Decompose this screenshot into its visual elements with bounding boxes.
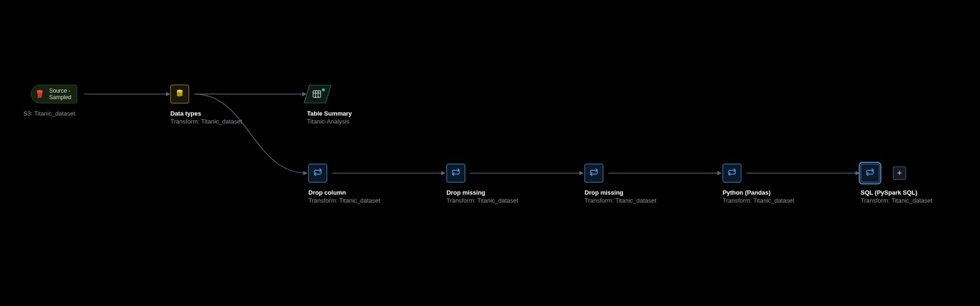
drop-missing-1-title: Drop missing bbox=[446, 189, 518, 196]
data-types-box[interactable] bbox=[170, 85, 189, 103]
node-data-types[interactable]: Data types Transform: Titanic_dataset bbox=[170, 85, 242, 125]
source-pill[interactable]: Source - Sampled bbox=[31, 85, 77, 103]
transform-icon bbox=[865, 168, 875, 179]
sql-subtitle: Transform: Titanic_dataset bbox=[861, 197, 932, 204]
svg-point-14 bbox=[322, 88, 325, 91]
drop-missing-2-subtitle: Transform: Titanic_dataset bbox=[585, 197, 656, 204]
svg-marker-9 bbox=[304, 85, 331, 103]
s3-bucket-icon bbox=[34, 88, 45, 100]
connector-lines bbox=[0, 0, 980, 306]
node-python-pandas[interactable]: Python (Pandas) Transform: Titanic_datas… bbox=[723, 164, 794, 204]
transform-icon bbox=[727, 168, 737, 179]
transform-icon bbox=[589, 168, 599, 179]
node-drop-missing-2[interactable]: Drop missing Transform: Titanic_dataset bbox=[585, 164, 656, 204]
svg-point-8 bbox=[177, 90, 183, 92]
drop-missing-2-title: Drop missing bbox=[585, 189, 656, 196]
python-subtitle: Transform: Titanic_dataset bbox=[723, 197, 794, 204]
table-summary-box[interactable] bbox=[307, 85, 329, 103]
drop-column-title: Drop column bbox=[308, 189, 380, 196]
data-types-title: Data types bbox=[170, 110, 242, 117]
add-step-button[interactable]: + bbox=[893, 167, 906, 180]
python-box[interactable] bbox=[723, 164, 741, 182]
drop-missing-2-box[interactable] bbox=[585, 164, 603, 182]
table-summary-subtitle: Titanic-Analysis bbox=[307, 118, 352, 125]
drop-column-box[interactable] bbox=[308, 164, 327, 182]
sql-title: SQL (PySpark SQL) bbox=[861, 189, 932, 196]
svg-point-6 bbox=[37, 90, 43, 92]
node-source[interactable]: Source - Sampled S3: Titanic_dataset bbox=[31, 85, 77, 117]
python-title: Python (Pandas) bbox=[723, 189, 794, 196]
source-subtitle: S3: Titanic_dataset bbox=[23, 110, 77, 117]
table-summary-title: Table Summary bbox=[307, 110, 352, 117]
transform-icon bbox=[313, 168, 322, 179]
drop-missing-1-box[interactable] bbox=[446, 164, 465, 182]
sql-box[interactable] bbox=[861, 164, 879, 182]
data-types-subtitle: Transform: Titanic_dataset bbox=[170, 118, 242, 125]
drop-missing-1-subtitle: Transform: Titanic_dataset bbox=[446, 197, 518, 204]
node-drop-column[interactable]: Drop column Transform: Titanic_dataset bbox=[308, 164, 380, 204]
source-pill-text: Source - Sampled bbox=[49, 87, 71, 101]
node-drop-missing-1[interactable]: Drop missing Transform: Titanic_dataset bbox=[446, 164, 518, 204]
transform-icon bbox=[451, 168, 461, 179]
database-icon bbox=[175, 88, 184, 100]
plus-icon: + bbox=[897, 169, 902, 177]
node-table-summary[interactable]: Table Summary Titanic-Analysis bbox=[307, 85, 352, 125]
drop-column-subtitle: Transform: Titanic_dataset bbox=[308, 197, 380, 204]
